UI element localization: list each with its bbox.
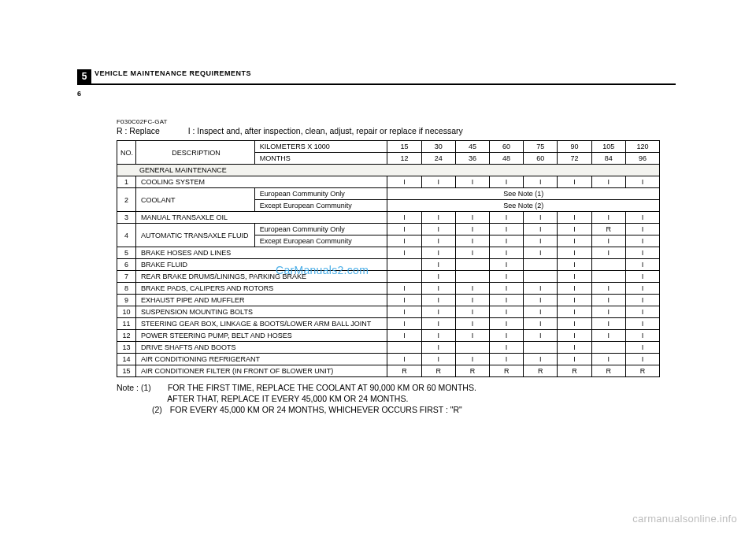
table-row: 6 BRAKE FLUID IIII <box>117 259 660 271</box>
note-1a: FOR THE FIRST TIME, REPLACE THE COOLANT … <box>168 383 476 392</box>
cell: I <box>490 176 524 188</box>
km-val: 75 <box>524 141 558 153</box>
cell: I <box>490 212 524 224</box>
cell: R <box>524 365 558 377</box>
cell: I <box>387 176 421 188</box>
cell: I <box>524 283 558 295</box>
row-no: 9 <box>117 295 136 306</box>
cell: I <box>524 176 558 188</box>
cell: I <box>524 354 558 365</box>
cell: I <box>591 295 625 306</box>
row-no: 10 <box>117 306 136 318</box>
note-2: FOR EVERY 45,000 KM OR 24 MONTHS, WHICHE… <box>170 405 462 414</box>
cell: I <box>558 271 591 283</box>
cell <box>455 271 489 283</box>
cell: I <box>490 235 524 247</box>
cell-note: See Note (2) <box>387 200 660 212</box>
row-subdesc: European Community Only <box>254 224 387 235</box>
row-desc: AIR CONDITIONING REFRIGERANT <box>136 354 387 365</box>
row-subdesc: Except European Community <box>254 235 387 247</box>
cell: I <box>455 235 489 247</box>
cell: I <box>591 306 625 318</box>
cell: I <box>490 342 524 354</box>
row-no: 4 <box>117 224 136 247</box>
row-desc: BRAKE PADS, CALIPERS AND ROTORS <box>136 283 387 295</box>
cell <box>387 342 421 354</box>
table-row: 11 STEERING GEAR BOX, LINKAGE & BOOTS/LO… <box>117 318 660 330</box>
col-no: NO. <box>117 141 136 165</box>
table-row: 9 EXHAUST PIPE AND MUFFLER IIIIIIII <box>117 295 660 306</box>
cell: I <box>455 318 489 330</box>
cell: I <box>625 235 659 247</box>
cell: I <box>625 283 659 295</box>
chapter-tab: 5 <box>77 69 91 83</box>
reference-code: F030C02FC-GAT <box>117 118 660 125</box>
row-no: 11 <box>117 318 136 330</box>
cell: I <box>558 306 591 318</box>
cell: I <box>387 330 421 342</box>
cell: I <box>558 212 591 224</box>
cell: I <box>490 318 524 330</box>
cell <box>591 271 625 283</box>
table-row: 13 DRIVE SHAFTS AND BOOTS IIII <box>117 342 660 354</box>
watermark-mid: CarManuals2.com <box>276 264 369 276</box>
row-desc: AIR CONDITIONER FILTER (IN FRONT OF BLOW… <box>136 365 387 377</box>
cell: I <box>455 330 489 342</box>
cell: I <box>387 283 421 295</box>
cell: I <box>625 330 659 342</box>
row-no: 12 <box>117 330 136 342</box>
cell: I <box>625 306 659 318</box>
cell: R <box>625 365 659 377</box>
km-val: 90 <box>558 141 591 153</box>
mo-val: 24 <box>421 153 455 165</box>
table-row: 15 AIR CONDITIONER FILTER (IN FRONT OF B… <box>117 365 660 377</box>
cell: R <box>490 365 524 377</box>
cell: I <box>455 247 489 259</box>
mo-val: 84 <box>591 153 625 165</box>
cell <box>387 259 421 271</box>
cell: I <box>455 212 489 224</box>
row-subdesc: Except European Community <box>254 200 387 212</box>
legend: R : Replace I : Inspect and, after inspe… <box>117 126 660 135</box>
cell: I <box>490 354 524 365</box>
table-row: 1 COOLING SYSTEM I I I I I I I I <box>117 176 660 188</box>
row-desc: COOLANT <box>136 188 255 212</box>
watermark-footer: carmanualsonline.info <box>632 513 737 525</box>
row-no: 3 <box>117 212 136 224</box>
cell: I <box>387 306 421 318</box>
mo-val: 72 <box>558 153 591 165</box>
table-row: 5 BRAKE HOSES AND LINES IIIIIIII <box>117 247 660 259</box>
km-val: 30 <box>421 141 455 153</box>
cell: I <box>625 354 659 365</box>
table-row: 3 MANUAL TRANSAXLE OIL I I I I I I I I <box>117 212 660 224</box>
cell: I <box>421 295 455 306</box>
cell: I <box>421 283 455 295</box>
cell: I <box>558 247 591 259</box>
row-no: 13 <box>117 342 136 354</box>
cell: I <box>421 247 455 259</box>
row-no: 1 <box>117 176 136 188</box>
table-row: 8 BRAKE PADS, CALIPERS AND ROTORS IIIIII… <box>117 283 660 295</box>
mo-val: 96 <box>625 153 659 165</box>
cell: I <box>421 342 455 354</box>
cell: I <box>558 235 591 247</box>
cell: I <box>490 224 524 235</box>
note-1b: AFTER THAT, REPLACE IT EVERY 45,000 KM O… <box>167 394 408 403</box>
row-no: 15 <box>117 365 136 377</box>
cell: I <box>558 224 591 235</box>
cell: I <box>490 247 524 259</box>
cell: I <box>455 306 489 318</box>
row-no: 14 <box>117 354 136 365</box>
cell <box>455 259 489 271</box>
cell: I <box>490 259 524 271</box>
table-row: 14 AIR CONDITIONING REFRIGERANT IIIIIIII <box>117 354 660 365</box>
cell: I <box>421 235 455 247</box>
cell: I <box>558 259 591 271</box>
cell: I <box>558 318 591 330</box>
table-row: 12 POWER STEERING PUMP, BELT AND HOSES I… <box>117 330 660 342</box>
row-no: 5 <box>117 247 136 259</box>
cell: I <box>591 235 625 247</box>
cell: I <box>558 283 591 295</box>
km-val: 105 <box>591 141 625 153</box>
table-row: 7 REAR BRAKE DRUMS/LININGS, PARKING BRAK… <box>117 271 660 283</box>
